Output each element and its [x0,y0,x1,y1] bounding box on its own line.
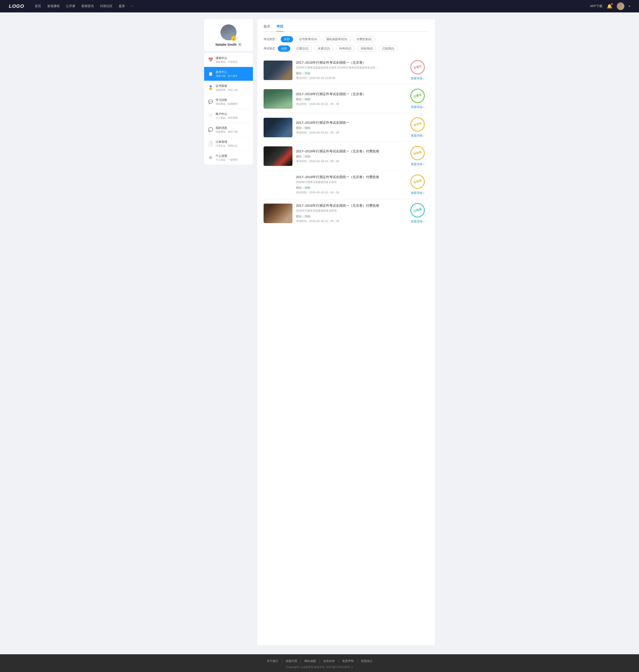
exam-score-3: 得分：25分 [296,155,403,159]
exam-item-1: 2017–2018年行测证件考试全国统一（北京卷） 得分：99分 考试时间：20… [264,85,428,113]
sidebar-item-0[interactable]: 📅 课程中心 精彩课程、不容错过 [204,53,253,67]
exam-time-4: 考试时间：2019–05–03 10：09：09 [296,191,403,194]
exam-desc-4: 2018年行测考试是最值得多去研究 [296,180,380,184]
exam-desc-5: 2018年行测考试是最值得多去研究 [296,209,380,213]
exam-score-2: 得分：99分 [296,126,403,130]
status-filter-btn-4[interactable]: 待批阅(2) [357,46,376,52]
navbar-menu-item[interactable]: 问答社区 [100,4,112,8]
logo[interactable]: LOGO [9,3,24,9]
footer-link-0[interactable]: 关于我们 [263,659,282,663]
footer-link-2[interactable]: 网站地图 [301,659,320,663]
type-filter-btn-2[interactable]: 随机抽题考试(5) [323,36,350,42]
status-filter-btn-0[interactable]: 全部 [278,46,290,52]
exam-detail-link-4[interactable]: 查看详情 › [411,191,424,195]
tab-题库[interactable]: 题库 [264,25,270,31]
status-stamp-2: 待考试 [409,116,426,133]
exam-title-3: 2017–2018年行测证件考试全国统一（北京卷）付费批卷 [296,149,403,154]
exam-score-4: 得分：99分 [296,186,403,190]
menu-sublabel-4: 个人权益、实时掌握 [216,116,238,119]
exam-info-4: 2017–2018年行测证件考试全国统一（北京卷）付费批卷 2018年行测考试是… [296,175,403,194]
navbar-menu-item[interactable]: 公开课 [66,4,75,8]
navbar-menu-item[interactable]: 首页 [35,4,41,8]
stamp-text-2: 待考试 [414,122,422,127]
navbar-menu-item[interactable]: 题库 [119,4,125,8]
navbar-right: APP下载 🔔 ▾ [590,2,630,10]
menu-icon-7: ⚙ [208,155,213,160]
status-filter-btn-1[interactable]: 已通过(2) [293,46,312,52]
tab-考试[interactable]: 考试 [277,25,283,31]
status-filter-btn-5[interactable]: 已批阅(2) [379,46,398,52]
sidebar-item-2[interactable]: 🏅 证书荣誉 收获荣誉、持证上岗 [204,81,253,95]
exam-thumb-5 [264,204,293,223]
exam-detail-link-1[interactable]: 查看详情 › [411,105,424,109]
exam-thumb-0 [264,61,293,80]
menu-sublabel-2: 收获荣誉、持证上岗 [216,88,238,92]
status-filter-label: 考试状态 [264,47,275,51]
menu-text-3: 学习问答 课后重温、疑难解答 [216,98,238,106]
type-filter-btn-1[interactable]: 证书类考试(4) [296,36,321,42]
exam-detail-link-2[interactable]: 查看详情 › [411,134,424,138]
menu-icon-3: 💬 [208,99,213,104]
sidebar-item-1[interactable]: 📋 题库中心 海量习题、助力通关 [204,67,253,81]
footer-link-5[interactable]: 招贤纳士 [357,659,376,663]
notification-bell[interactable]: 🔔 [607,3,612,9]
menu-sublabel-0: 精彩课程、不容错过 [216,60,238,64]
footer-links: 关于我们加盟代理网站地图合作伙伴免责声明招贤纳士 [4,659,635,663]
user-avatar[interactable] [617,2,624,10]
menu-label-6: 订单管理 [216,140,238,144]
exam-right-4: 待批阅 查看详情 › [406,175,428,195]
status-filter-btn-3[interactable]: 待考试(2) [336,46,355,52]
app-download-link[interactable]: APP下载 [590,4,603,8]
exam-thumb-4 [264,175,293,194]
type-filter-row: 考试类型：全部证书类考试(4)随机抽题考试(5)付费批卷(6) [264,36,428,42]
sidebar-item-7[interactable]: ⚙ 个人设置 个人信息、一键管理 [204,151,253,164]
status-stamp-3: 待批阅 [409,144,426,162]
menu-text-1: 题库中心 海量习题、助力通关 [216,70,238,78]
exam-detail-link-3[interactable]: 查看详情 › [411,162,424,166]
profile-name-row: Natalie Smith ✎ [215,43,241,46]
type-filter-btn-0[interactable]: 全部 [281,36,293,42]
sidebar-item-6[interactable]: 📄 订单管理 订单支出、明明白白 [204,137,253,151]
footer-copyright: Copyright© 云朵商学院 版权所有 京ICP备17051340号–1 [4,665,635,669]
menu-icon-1: 📋 [208,71,213,76]
footer-link-1[interactable]: 加盟代理 [282,659,301,663]
type-filter-btn-3[interactable]: 付费批卷(6) [353,36,375,42]
menu-icon-4: ♡ [208,113,213,118]
exam-item-4: 2017–2018年行测证件考试全国统一（北京卷）付费批卷 2018年行测考试是… [264,171,428,199]
exam-desc-0: 2018年行测考试是最值得多去研究 2018年行测考试是最值得多去研究 2018… [296,66,380,70]
sidebar-item-5[interactable]: 💭 我的消息 消息通知、及时了解 [204,123,253,137]
menu-text-2: 证书荣誉 收获荣誉、持证上岗 [216,84,238,92]
sidebar-item-3[interactable]: 💬 学习问答 课后重温、疑难解答 [204,95,253,109]
stamp-text-3: 待批阅 [414,150,422,156]
sidebar-item-4[interactable]: ♡ 账户中心 个人权益、实时掌握 [204,109,253,123]
exam-title-0: 2017–2018年行测证件考试全国统一（北京卷） [296,61,403,65]
exam-title-2: 2017–2018年行测证件考试全国统一 [296,121,403,125]
exam-score-0: 得分：25分 [296,71,403,76]
menu-label-2: 证书荣誉 [216,84,238,88]
type-filter-label: 考试类型： [264,37,278,41]
navbar-menu-item[interactable]: 发现课程 [47,4,60,8]
menu-label-7: 个人设置 [216,154,238,158]
profile-edit-button[interactable]: ✎ [238,43,241,46]
navbar-menu-item[interactable]: 新闻资讯 [81,4,94,8]
footer-link-4[interactable]: 免责声明 [339,659,357,663]
menu-label-5: 我的消息 [216,126,238,130]
exam-detail-link-5[interactable]: 查看详情 › [411,220,424,224]
menu-text-4: 账户中心 个人权益、实时掌握 [216,112,238,119]
footer-link-3[interactable]: 合作伙伴 [320,659,339,663]
exam-detail-link-0[interactable]: 查看详情 › [411,77,424,80]
menu-label-3: 学习问答 [216,98,238,102]
exam-title-4: 2017–2018年行测证件考试全国统一（北京卷）付费批卷 [296,175,403,179]
menu-sublabel-6: 订单支出、明明白白 [216,144,238,147]
menu-sublabel-5: 消息通知、及时了解 [216,130,238,133]
user-menu-chevron[interactable]: ▾ [629,5,630,8]
status-filter-btn-2[interactable]: 未通过(2) [314,46,333,52]
navbar-menu-item[interactable]: ··· [131,4,134,8]
footer: 关于我们加盟代理网站地图合作伙伴免责声明招贤纳士 Copyright© 云朵商学… [0,654,639,672]
exam-time-3: 考试时间：2019–05–03 10：09：09 [296,159,403,163]
stamp-text-5: 已批阅 [414,208,422,213]
exam-thumb-3 [264,146,293,166]
menu-label-1: 题库中心 [216,70,238,74]
exam-right-0: 未通过 查看详情 › [406,60,428,80]
status-stamp-0: 未通过 [409,59,426,76]
